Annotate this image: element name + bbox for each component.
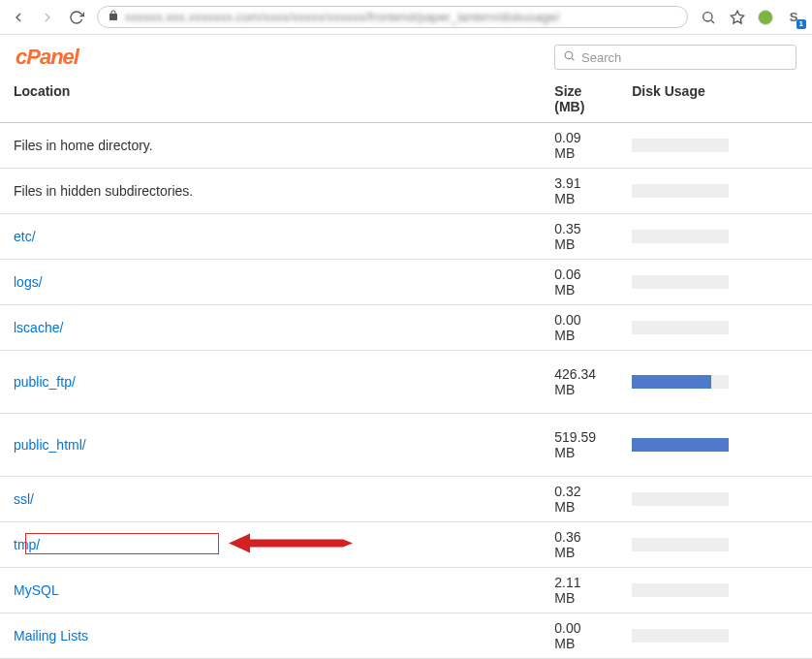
column-header-usage: Disk Usage (618, 76, 812, 123)
location-label[interactable]: MySQL (14, 582, 59, 598)
highlight-box (25, 533, 219, 554)
usage-bar (632, 275, 729, 289)
arrow-annotation (229, 532, 355, 558)
size-value: 519.59 MB (541, 414, 618, 477)
size-value: 0.32 MB (541, 477, 618, 522)
usage-cell (618, 305, 812, 351)
table-row: Files in hidden subdirectories.3.91 MB (0, 169, 812, 214)
svg-marker-2 (731, 11, 743, 23)
usage-bar (632, 492, 729, 506)
usage-bar (632, 583, 729, 597)
location-label[interactable]: lscache/ (14, 320, 63, 335)
usage-cell (618, 260, 812, 305)
usage-bar (632, 538, 729, 551)
usage-cell (618, 169, 812, 214)
location-label[interactable]: tmp/ (14, 537, 40, 552)
usage-bar (632, 230, 729, 243)
browser-toolbar: xxxxxx.xxx.xxxxxxx.com/xxxx/xxxxx/xxxxxx… (0, 0, 812, 35)
usage-cell (618, 414, 812, 477)
location-label[interactable]: ssl/ (14, 491, 34, 507)
usage-bar-fill (632, 375, 711, 389)
table-row: etc/0.35 MB (0, 214, 812, 260)
usage-bar (632, 139, 729, 152)
usage-bar (632, 375, 729, 389)
size-value: 0.00 MB (541, 305, 618, 351)
zoom-icon[interactable] (700, 9, 717, 26)
location-label[interactable]: etc/ (14, 229, 36, 244)
svg-point-0 (703, 12, 712, 20)
size-value: 0.00 MB (541, 613, 618, 659)
table-row: tmp/0.36 MB (0, 522, 812, 568)
location-label[interactable]: Mailing Lists (14, 628, 88, 643)
column-header-location: Location (0, 76, 541, 123)
location-label: Files in hidden subdirectories. (14, 183, 193, 199)
size-value: 2.11 MB (541, 568, 618, 613)
svg-marker-5 (229, 534, 353, 553)
usage-cell (618, 477, 812, 522)
cpanel-logo: cPanel (16, 45, 78, 70)
usage-bar-fill (632, 438, 729, 452)
usage-bar (632, 438, 729, 452)
table-row: Files in home directory.0.09 MB (0, 123, 812, 169)
page-header: cPanel (0, 35, 812, 76)
search-input[interactable] (581, 50, 788, 65)
location-label: Files in home directory. (14, 138, 153, 153)
size-value: 3.91 MB (541, 169, 618, 214)
svg-point-3 (565, 51, 573, 59)
usage-cell (618, 351, 812, 414)
usage-cell (618, 613, 812, 659)
back-button[interactable] (10, 9, 27, 26)
address-bar[interactable]: xxxxxx.xxx.xxxxxxx.com/xxxx/xxxxx/xxxxxx… (97, 6, 688, 28)
size-value: 0.09 MB (541, 123, 618, 169)
location-label[interactable]: public_ftp/ (14, 374, 76, 390)
usage-cell (618, 568, 812, 613)
usage-bar (632, 321, 729, 334)
column-header-size: Size (MB) (541, 76, 618, 123)
size-value: 426.34 MB (541, 351, 618, 414)
extension-icon[interactable] (758, 10, 773, 25)
size-value: 0.35 MB (541, 214, 618, 260)
url-text: xxxxxx.xxx.xxxxxxx.com/xxxx/xxxxx/xxxxxx… (125, 10, 560, 24)
table-row: Mailing Lists0.00 MB (0, 613, 812, 659)
size-value: 0.36 MB (541, 522, 618, 568)
extension-s-icon[interactable]: S1 (785, 9, 802, 26)
svg-line-1 (711, 20, 714, 23)
usage-cell (618, 214, 812, 260)
table-row: ssl/0.32 MB (0, 477, 812, 522)
search-icon (563, 49, 576, 65)
usage-bar (632, 184, 729, 198)
lock-icon (108, 10, 119, 24)
usage-bar (632, 629, 729, 643)
disk-usage-table: Location Size (MB) Disk Usage Files in h… (0, 76, 812, 659)
location-label[interactable]: logs/ (14, 274, 43, 290)
location-label[interactable]: public_html/ (14, 437, 86, 453)
table-row: logs/0.06 MB (0, 260, 812, 305)
reload-button[interactable] (68, 9, 85, 26)
table-row: MySQL2.11 MB (0, 568, 812, 613)
usage-cell (618, 522, 812, 568)
usage-cell (618, 123, 812, 169)
star-icon[interactable] (729, 9, 746, 26)
table-row: public_html/519.59 MB (0, 414, 812, 477)
forward-button[interactable] (39, 9, 56, 26)
search-box[interactable] (554, 45, 796, 70)
table-row: public_ftp/426.34 MB (0, 351, 812, 414)
table-row: lscache/0.00 MB (0, 305, 812, 351)
size-value: 0.06 MB (541, 260, 618, 305)
svg-line-4 (572, 58, 574, 60)
